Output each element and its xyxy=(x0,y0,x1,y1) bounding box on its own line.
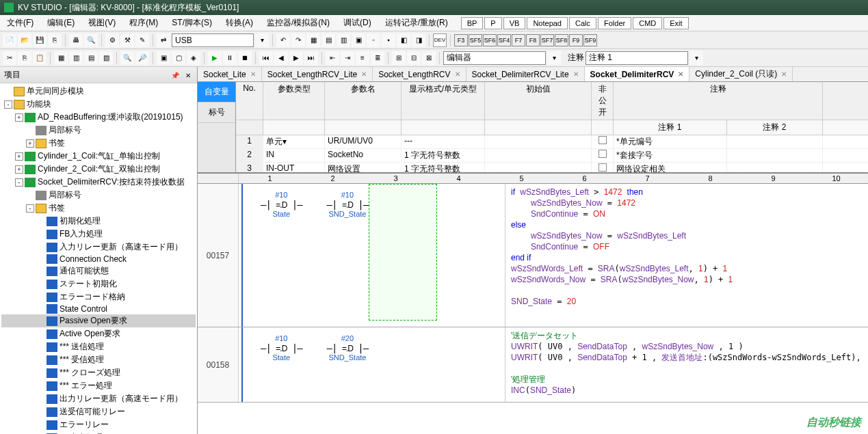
menu-debug[interactable]: 调试(D) xyxy=(337,15,378,31)
expand-icon[interactable]: - xyxy=(4,100,12,109)
tree-item[interactable]: 出力リレー更新（高速モード用） xyxy=(1,392,196,405)
dev-icon[interactable]: DEV xyxy=(433,33,447,47)
s3-icon[interactable]: ≡ xyxy=(356,51,369,65)
tree-item[interactable]: State Control xyxy=(1,303,196,314)
col-priv[interactable]: 非公开 xyxy=(592,82,614,120)
menu-convert[interactable]: 转换(A) xyxy=(219,15,260,31)
contact-sndstate[interactable]: #20 —| =.D |— SND_State xyxy=(327,334,369,362)
rung-00157[interactable]: 00157 #10 —| =.D |— State #10 —| =.D |— … xyxy=(198,184,868,327)
tree-item[interactable]: エラーリレー xyxy=(1,418,196,431)
table-row[interactable]: 2INSocketNo1 字无符号整数*套接字号 xyxy=(236,149,868,163)
tree-item[interactable]: 通信可能状態 xyxy=(1,265,196,277)
preview-icon[interactable]: 🔍 xyxy=(84,33,98,47)
t4-icon[interactable]: ▣ xyxy=(352,33,365,47)
tab[interactable]: Cylinder_2_Coil (只读)✕ xyxy=(689,67,793,81)
tree-item[interactable]: +AD_ReadBuffering:缓冲读取(20191015) xyxy=(1,111,196,124)
table-row[interactable]: 1单元▾UR/UM/UV0---*单元编号 xyxy=(236,135,868,149)
menu-btn-bp[interactable]: BP xyxy=(461,17,484,29)
s4-icon[interactable]: ≣ xyxy=(371,51,384,65)
col-no[interactable]: No. xyxy=(236,82,263,120)
menu-record[interactable]: 运转记录/重放(R) xyxy=(378,15,455,31)
col-pname[interactable]: 参数名 xyxy=(325,82,402,120)
project-tree[interactable]: 单元间同步模块-功能块+AD_ReadBuffering:缓冲读取(201910… xyxy=(0,83,197,434)
tree-item[interactable]: Passive Open要求 xyxy=(1,314,196,327)
x3-icon[interactable]: ⊠ xyxy=(422,51,436,65)
close-icon[interactable]: ✕ xyxy=(455,70,460,78)
expand-icon[interactable]: + xyxy=(15,113,23,122)
tree-item[interactable]: ステート初期化 xyxy=(1,277,196,290)
menu-btn-cmd[interactable]: CMD xyxy=(633,17,662,29)
col-c1[interactable]: 注释 1 xyxy=(614,120,727,135)
menu-btn-calc[interactable]: Calc xyxy=(569,17,596,29)
sf-button-sf8[interactable]: SF8 xyxy=(555,34,568,46)
t3-icon[interactable]: ▥ xyxy=(337,33,350,47)
tree-item[interactable]: -Socket_DelimiterRCV:按结束符接收数据 xyxy=(1,176,196,189)
sf-button-sf4[interactable]: SF4 xyxy=(497,34,511,46)
editor-combo[interactable] xyxy=(443,51,546,65)
checkbox[interactable] xyxy=(599,136,607,144)
expand-icon[interactable]: + xyxy=(26,139,34,148)
rung-code-1[interactable]: if wSzSndBytes_Left > 1472 then wSzSndBy… xyxy=(505,184,868,327)
open-icon[interactable]: 📂 xyxy=(18,33,31,47)
print-icon[interactable]: 🖶 xyxy=(69,33,83,47)
tool-icon[interactable]: ⚙ xyxy=(105,33,119,47)
prev-icon[interactable]: ◀ xyxy=(274,51,288,65)
col-c2[interactable]: 注释 2 xyxy=(727,120,823,135)
next-icon[interactable]: ▶ xyxy=(289,51,303,65)
undo-icon[interactable]: ↶ xyxy=(276,33,290,47)
menu-btn-p[interactable]: P xyxy=(484,17,501,29)
s2-icon[interactable]: ⇥ xyxy=(341,51,354,65)
tree-item[interactable]: FB入力処理 xyxy=(1,228,196,241)
t6-icon[interactable]: ▪ xyxy=(382,33,395,47)
g4-icon[interactable]: ▧ xyxy=(99,51,113,65)
col-init[interactable]: 初始值 xyxy=(485,82,592,120)
tree-item[interactable]: 初期化処理 xyxy=(1,215,196,228)
tree-item[interactable]: *** 送信処理 xyxy=(1,340,196,353)
close-icon[interactable]: ✕ xyxy=(183,72,193,79)
close-icon[interactable]: ✕ xyxy=(678,70,683,78)
tree-item[interactable]: -功能块 xyxy=(1,98,196,111)
tree-item[interactable]: 送受信可能リレー xyxy=(1,405,196,418)
tab[interactable]: Socket_LengthRCV✕ xyxy=(373,67,466,81)
rung-00158[interactable]: 00158 #10 —| =.D |— State #20 —| =.D |— … xyxy=(198,327,868,403)
menu-btn-vb[interactable]: VB xyxy=(503,17,526,29)
t5-icon[interactable]: ▫ xyxy=(367,33,380,47)
ladder-view[interactable]: 12345678910 00157 #10 —| =.D |— State #1… xyxy=(198,174,868,434)
menu-btn-folder[interactable]: Folder xyxy=(598,17,631,29)
find-icon[interactable]: 🔍 xyxy=(120,51,134,65)
sf-button-f7[interactable]: F7 xyxy=(512,34,525,46)
tool3-icon[interactable]: ✎ xyxy=(135,33,149,47)
checkbox[interactable] xyxy=(599,150,607,158)
tree-item[interactable]: エラーコード格納 xyxy=(1,290,196,303)
sf-button-f9[interactable]: F9 xyxy=(569,34,583,46)
m2-icon[interactable]: ▢ xyxy=(172,51,185,65)
sf-button-f3[interactable]: F3 xyxy=(454,34,468,46)
tab[interactable]: Socket_DelimiterRCV_Lite✕ xyxy=(466,67,585,81)
tree-item[interactable]: +Cylinder_1_Coil:气缸_单输出控制 xyxy=(1,150,196,163)
sidetab-labels[interactable]: 标号 xyxy=(198,103,235,123)
g1-icon[interactable]: ▦ xyxy=(54,51,68,65)
g3-icon[interactable]: ▤ xyxy=(84,51,98,65)
comm-combo[interactable] xyxy=(172,33,254,47)
sf-button-sf5[interactable]: SF5 xyxy=(469,34,482,46)
tree-item[interactable]: Active Open要求 xyxy=(1,327,196,340)
expand-icon[interactable]: + xyxy=(15,165,23,174)
stop-icon[interactable]: ⏹ xyxy=(238,51,252,65)
menu-view[interactable]: 视图(V) xyxy=(81,15,122,31)
menu-monitor[interactable]: 监控器/模拟器(N) xyxy=(260,15,337,31)
close-icon[interactable]: ✕ xyxy=(573,70,579,78)
close-icon[interactable]: ✕ xyxy=(361,70,367,78)
paste-icon[interactable]: 📋 xyxy=(33,51,47,65)
cut-icon[interactable]: ✂ xyxy=(3,51,16,65)
t1-icon[interactable]: ▦ xyxy=(306,33,320,47)
contact-state[interactable]: #10 —| =.D |— State xyxy=(261,334,302,362)
copy-icon[interactable]: ⎘ xyxy=(18,51,31,65)
t8-icon[interactable]: ◨ xyxy=(412,33,425,47)
tree-item[interactable]: -书签 xyxy=(1,202,196,215)
tree-item[interactable]: +Cylinder_2_Coil:气缸_双输出控制 xyxy=(1,163,196,176)
m3-icon[interactable]: ◈ xyxy=(187,51,200,65)
play-icon[interactable]: ▶ xyxy=(208,51,222,65)
sidetab-variables[interactable]: 自变量 xyxy=(198,82,235,103)
expand-icon[interactable]: - xyxy=(26,204,34,213)
menu-program[interactable]: 程序(M) xyxy=(122,15,165,31)
